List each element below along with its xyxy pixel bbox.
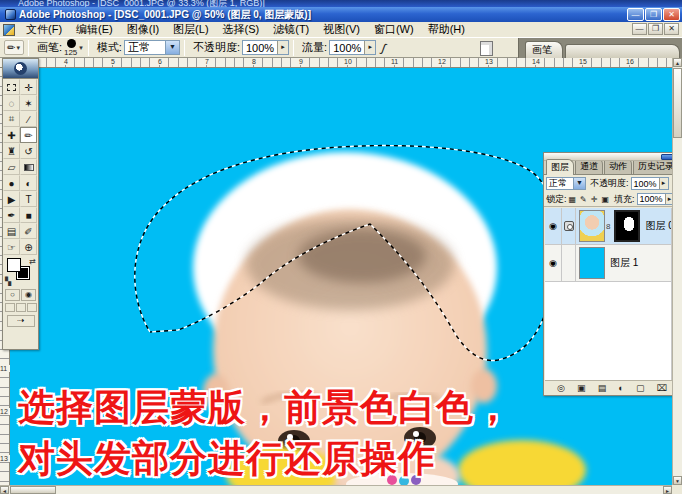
menu-item-2[interactable]: 图像(I) [120, 21, 166, 38]
notes-tool[interactable]: ▤ [3, 223, 20, 239]
lock-icon[interactable]: ▣ [601, 195, 609, 204]
close-button[interactable]: ✕ [663, 8, 680, 21]
slider-popup-icon[interactable]: ▸ [364, 41, 375, 54]
tool-preset-picker[interactable]: ✏ ▾ [4, 40, 24, 55]
layer-fill-field[interactable]: 100% ▸ [637, 193, 675, 205]
menu-item-7[interactable]: 窗口(W) [367, 21, 421, 38]
layer-row[interactable]: ◉8图层 0 [545, 208, 679, 245]
standard-mode-button[interactable]: ○ [5, 289, 20, 301]
menu-item-4[interactable]: 选择(S) [216, 21, 267, 38]
scroll-left-icon[interactable]: ◄ [0, 486, 9, 494]
brush-tip-icon [67, 39, 76, 48]
slider-popup-icon[interactable]: ▸ [659, 178, 668, 189]
lock-icon[interactable]: ✎ [580, 195, 587, 204]
layer-name[interactable]: 图层 1 [610, 256, 638, 270]
horizontal-scrollbar[interactable]: ◄ ► [0, 485, 672, 494]
scroll-up-icon[interactable]: ▲ [673, 58, 682, 67]
layer-row[interactable]: ◉图层 1 [545, 245, 679, 282]
swap-colors-icon[interactable]: ⇄ [29, 257, 36, 266]
hand-tool[interactable]: ☞ [3, 239, 20, 255]
eraser-tool[interactable]: ▱ [3, 159, 20, 175]
layer-thumbnail[interactable] [579, 210, 605, 242]
minimize-button[interactable]: — [627, 8, 644, 21]
layer-opacity-field[interactable]: 100% ▸ [631, 177, 669, 190]
default-colors-icon[interactable]: ▚ [5, 277, 11, 286]
eyedropper-tool[interactable]: ✐ [20, 223, 37, 239]
doc-restore-button[interactable]: ❐ [648, 23, 663, 35]
type-tool[interactable]: T [20, 191, 37, 207]
crop-tool[interactable]: ⌗ [3, 111, 20, 127]
file-palette-icon[interactable] [480, 41, 493, 56]
doc-close-button[interactable]: ✕ [664, 23, 679, 35]
shape-tool[interactable]: ■ [20, 207, 37, 223]
chevron-down-icon[interactable]: ▾ [79, 44, 83, 52]
lock-icon[interactable]: ✛ [591, 195, 598, 204]
visibility-eye-icon[interactable]: ◉ [545, 208, 562, 245]
adjustment-layer-button[interactable]: ◐ [618, 382, 623, 394]
ruler-number: 15 [578, 58, 588, 65]
brushes-palette-tab[interactable]: 画笔 [525, 41, 563, 58]
brush-size-picker[interactable]: 125 [64, 39, 78, 57]
slice-tool[interactable]: ∕ [20, 111, 37, 127]
quickmask-mode-button[interactable]: ◉ [21, 289, 36, 301]
brush-preset-icon: ✏ [7, 42, 15, 53]
lock-icon[interactable]: ▦ [569, 195, 577, 204]
menu-item-3[interactable]: 图层(L) [166, 21, 215, 38]
scroll-right-icon[interactable]: ► [663, 486, 672, 494]
layer-blend-mode-select[interactable]: 正常 ▼ [546, 177, 586, 190]
rect-marquee-tool[interactable] [3, 79, 20, 95]
scroll-down-icon[interactable]: ▼ [673, 476, 682, 485]
imageready-button[interactable]: ⇢ [7, 315, 35, 327]
restore-button[interactable]: ❐ [645, 8, 662, 21]
horizontal-scroll-thumb[interactable] [10, 486, 56, 494]
lock-label: 锁定: [546, 193, 567, 206]
ruler-number: 13 [0, 455, 10, 462]
layer-name[interactable]: 图层 0 [645, 219, 673, 233]
layer-mask-thumbnail[interactable] [614, 210, 640, 242]
menu-item-6[interactable]: 视图(V) [316, 21, 367, 38]
clone-stamp-tool[interactable]: ♜ [3, 143, 20, 159]
dodge-tool[interactable]: ◐ [20, 175, 37, 191]
flow-field[interactable]: 100% ▸ [329, 40, 376, 55]
lasso-tool[interactable]: ◌ [3, 95, 20, 111]
adobe-logo[interactable] [3, 59, 38, 79]
healing-brush-tool[interactable]: ✚ [3, 127, 20, 143]
ruler-number: 13 [484, 58, 494, 65]
zoom-tool[interactable]: ⊕ [20, 239, 37, 255]
airbrush-toggle-icon[interactable]: ∫ [380, 40, 388, 54]
menu-item-0[interactable]: 文件(F) [19, 21, 69, 38]
opacity-field[interactable]: 100% ▸ [242, 40, 289, 55]
slider-popup-icon[interactable]: ▸ [277, 41, 288, 54]
vertical-scrollbar[interactable]: ▲ ▼ [672, 58, 682, 485]
menu-item-5[interactable]: 滤镜(T) [266, 21, 316, 38]
foreground-color-swatch[interactable] [7, 258, 21, 272]
menu-item-1[interactable]: 编辑(E) [69, 21, 120, 38]
doc-minimize-button[interactable]: — [632, 23, 647, 35]
panel-tab-图层[interactable]: 图层 [546, 159, 574, 175]
fullscreen-menubar-button[interactable] [16, 303, 26, 312]
vertical-scroll-thumb[interactable] [673, 68, 682, 138]
layer-style-button[interactable]: ◎ [557, 382, 565, 394]
pen-tool[interactable]: ✒ [3, 207, 20, 223]
blend-mode-select[interactable]: 正常 ▼ [124, 40, 180, 55]
fullscreen-button[interactable] [27, 303, 37, 312]
new-group-button[interactable]: ▤ [598, 382, 607, 394]
history-brush-tool[interactable]: ↺ [20, 143, 37, 159]
magic-wand-tool[interactable]: ✶ [20, 95, 37, 111]
path-select-tool[interactable]: ▶ [3, 191, 20, 207]
mask-link-icon[interactable]: 8 [606, 222, 610, 231]
add-mask-button[interactable]: ▣ [577, 382, 586, 394]
gradient-tool[interactable] [20, 159, 37, 175]
standard-screen-button[interactable] [5, 303, 15, 312]
layer-thumbnail[interactable] [579, 247, 605, 279]
menu-item-8[interactable]: 帮助(H) [421, 21, 472, 38]
new-layer-button[interactable]: ▢ [636, 382, 645, 394]
visibility-eye-icon[interactable]: ◉ [545, 245, 562, 282]
delete-layer-button[interactable]: ⌧ [657, 382, 667, 394]
brush-tool[interactable]: ✏ [20, 127, 37, 143]
move-tool[interactable]: ✛ [20, 79, 37, 95]
horizontal-ruler[interactable]: 45678910111213141516 [0, 58, 672, 68]
blur-tool[interactable]: ● [3, 175, 20, 191]
layer-fill-value: 100% [638, 194, 665, 204]
chevron-down-icon: ▼ [165, 41, 179, 54]
